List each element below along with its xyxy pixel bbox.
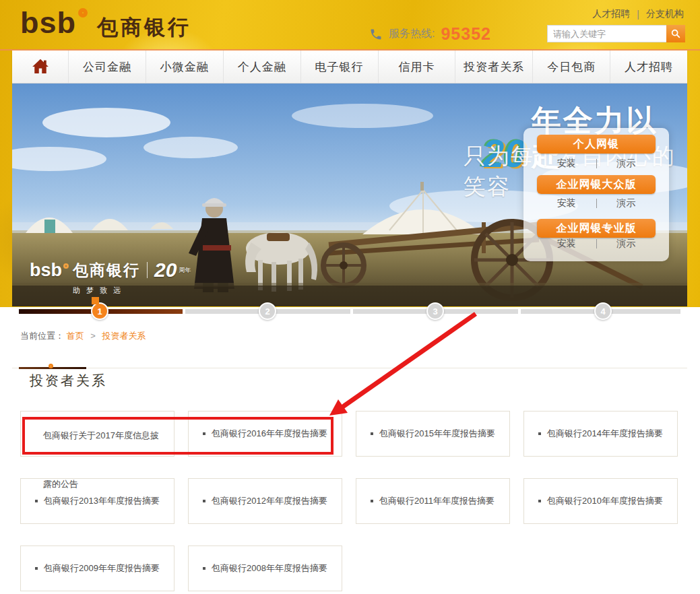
- nav-home-button[interactable]: [12, 51, 69, 83]
- section-divider-line: [12, 368, 687, 368]
- banner-watermark-logo: bsb 包商银行 20 周年 助梦致远: [30, 259, 192, 296]
- watermark-divider: [147, 262, 148, 278]
- main-navigation: 公司金融 小微金融 个人金融 电子银行 信用卡 投资者关系 今日包商 人才招聘: [12, 51, 687, 84]
- brand-name: 包商银行: [97, 13, 191, 42]
- bullet-icon: [203, 500, 205, 502]
- report-item[interactable]: 包商银行2011年年度报告摘要: [356, 478, 510, 524]
- nav-item-corporate-finance[interactable]: 公司金融: [69, 51, 146, 83]
- personal-ebank-demo-link[interactable]: 演示: [597, 158, 656, 170]
- logo-text: bsb: [20, 5, 76, 40]
- page: bsb 包商银行 人才招聘 | 分支机构 服务热线: 95352: [0, 0, 700, 594]
- watermark-anniversary-suffix: 周年: [179, 267, 192, 273]
- corporate-mass-install-link[interactable]: 安装: [537, 197, 596, 209]
- report-link-2009[interactable]: 包商银行2009年年度报告摘要: [44, 562, 160, 574]
- corporate-mass-demo-link[interactable]: 演示: [597, 197, 656, 209]
- phone-icon: [369, 28, 383, 41]
- nav-item-today-bsb[interactable]: 今日包商: [533, 51, 610, 83]
- hotline-number: 95352: [441, 24, 491, 44]
- carousel-page-1[interactable]: 1: [91, 302, 108, 320]
- corporate-ebank-pro-links: 安装 演示: [537, 238, 656, 250]
- watermark-logo-text: bsb: [30, 260, 62, 281]
- personal-ebank-install-link[interactable]: 安装: [537, 158, 596, 170]
- bullet-icon: [371, 500, 373, 502]
- watermark-anniversary-number: 20: [154, 259, 177, 282]
- corporate-ebank-mass-button[interactable]: 企业网银大众版: [537, 175, 656, 194]
- ebank-login-panel: 个人网银 安装 演示 企业网银大众版 安装 演示 企业网银专业版 安装 演示: [523, 128, 669, 261]
- nav-item-investor-relations[interactable]: 投资者关系: [455, 51, 533, 83]
- home-icon: [30, 57, 51, 77]
- corporate-pro-install-link[interactable]: 安装: [537, 238, 596, 250]
- breadcrumb-label: 当前位置：: [20, 331, 64, 341]
- corporate-pro-demo-link[interactable]: 演示: [597, 238, 656, 250]
- breadcrumb-current-link[interactable]: 投资者关系: [102, 331, 146, 341]
- bullet-icon: [538, 500, 541, 502]
- report-link-2012[interactable]: 包商银行2012年年度报告摘要: [212, 495, 327, 507]
- breadcrumb-separator: >: [90, 331, 96, 341]
- nav-item-personal-finance[interactable]: 个人金融: [224, 51, 301, 83]
- watermark-brand: 包商银行: [73, 260, 140, 281]
- link-branches[interactable]: 分支机构: [646, 8, 684, 20]
- watermark-slogan: 助梦致远: [73, 286, 192, 296]
- report-item[interactable]: 包商银行2010年年度报告摘要: [523, 478, 678, 524]
- search-icon: [670, 28, 681, 39]
- carousel-page-2[interactable]: 2: [259, 302, 276, 320]
- nav-item-careers[interactable]: 人才招聘: [610, 51, 687, 83]
- report-link-2015[interactable]: 包商银行2015年年度报告摘要: [379, 428, 495, 440]
- banner-carousel-pager: 1 2 3 4: [19, 306, 680, 317]
- report-item[interactable]: 包商银行2015年年度报告摘要: [356, 411, 510, 457]
- decorative-orange-square: [92, 297, 99, 304]
- report-item[interactable]: 包商银行2014年年度报告摘要: [523, 411, 678, 457]
- report-item[interactable]: 包商银行2012年年度报告摘要: [188, 478, 342, 524]
- personal-ebank-links: 安装 演示: [537, 158, 656, 170]
- search-button[interactable]: [666, 25, 685, 42]
- breadcrumb: 当前位置： 首页 > 投资者关系: [20, 330, 146, 342]
- header-top-links: 人才招聘 | 分支机构: [592, 8, 684, 20]
- section-divider-dot-icon: [49, 364, 53, 368]
- service-hotline: 服务热线: 95352: [369, 24, 491, 44]
- report-item[interactable]: 包商银行2008年年度报告摘要: [188, 546, 342, 591]
- bullet-icon: [35, 567, 38, 570]
- carousel-page-4[interactable]: 4: [594, 302, 612, 320]
- bullet-icon: [203, 567, 205, 570]
- report-link-2011[interactable]: 包商银行2011年年度报告摘要: [379, 495, 495, 507]
- site-search: [547, 25, 685, 42]
- top-links-separator: |: [637, 9, 639, 20]
- hotline-label: 服务热线:: [389, 27, 435, 41]
- nav-item-small-micro-finance[interactable]: 小微金融: [146, 51, 224, 83]
- corporate-ebank-mass-links: 安装 演示: [537, 197, 656, 209]
- breadcrumb-home-link[interactable]: 首页: [67, 331, 84, 341]
- search-input[interactable]: [547, 25, 666, 42]
- report-link-2014[interactable]: 包商银行2014年年度报告摘要: [547, 428, 663, 440]
- nav-item-e-banking[interactable]: 电子银行: [301, 51, 379, 83]
- page-title: 投资者关系: [30, 372, 107, 390]
- corporate-ebank-pro-button[interactable]: 企业网银专业版: [537, 219, 656, 238]
- annotation-highlight-box: [22, 417, 333, 455]
- bullet-icon: [371, 432, 373, 435]
- hero-banner: 20 年全力以赴 只为每个发自内心的笑容 bsb 包商银行 20 周年 助梦致远…: [12, 84, 687, 306]
- watermark-ring-icon: [63, 263, 69, 269]
- report-item[interactable]: 包商银行2009年年度报告摘要: [20, 546, 174, 591]
- nav-item-credit-card[interactable]: 信用卡: [379, 51, 456, 83]
- logo-ring-icon: [78, 8, 88, 18]
- link-careers[interactable]: 人才招聘: [592, 8, 630, 20]
- report-link-2010[interactable]: 包商银行2010年年度报告摘要: [547, 495, 663, 507]
- bullet-icon: [538, 432, 541, 435]
- bank-logo[interactable]: bsb 包商银行: [20, 5, 191, 42]
- carousel-page-3[interactable]: 3: [426, 302, 444, 320]
- report-link-2008[interactable]: 包商银行2008年年度报告摘要: [212, 562, 327, 574]
- personal-ebank-button[interactable]: 个人网银: [537, 135, 656, 154]
